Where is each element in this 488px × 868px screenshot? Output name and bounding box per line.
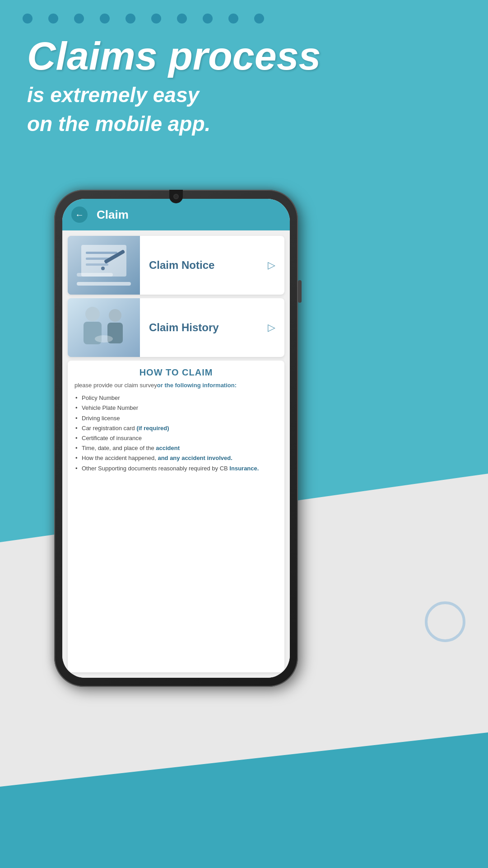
- claim-history-arrow-icon: ▷: [259, 322, 284, 333]
- claim-history-label: Claim History: [140, 321, 259, 334]
- list-item: Driving license: [74, 413, 278, 423]
- side-buttons: [298, 280, 302, 303]
- phone-notch: [169, 190, 183, 203]
- dot-8: [203, 14, 213, 23]
- list-item: How the accident happened, and any accid…: [74, 453, 278, 463]
- phone-mockup: ← Claim: [54, 190, 307, 732]
- list-item: Certificate of insurance: [74, 433, 278, 443]
- dots-row: [23, 14, 264, 23]
- app-content: Claim Notice ▷: [62, 230, 290, 678]
- main-title: Claims process: [27, 36, 321, 76]
- camera: [173, 194, 179, 199]
- how-to-claim-intro: please provide our claim surveyor the fo…: [74, 381, 278, 389]
- claim-notice-image: [68, 236, 140, 295]
- list-item: Car registration card (if required): [74, 423, 278, 433]
- dot-9: [228, 14, 238, 23]
- svg-rect-1: [81, 245, 126, 277]
- intro-highlight: or the following information:: [157, 382, 237, 389]
- claim-notice-arrow-icon: ▷: [259, 259, 284, 271]
- claim-history-image: [68, 298, 140, 357]
- subtitle-line1: is extremely easy: [27, 83, 199, 107]
- dot-3: [74, 14, 84, 23]
- list-item: Vehicle Plate Number: [74, 403, 278, 413]
- svg-point-12: [95, 335, 113, 343]
- dot-6: [151, 14, 161, 23]
- dot-1: [23, 14, 33, 23]
- list-item: Other Supporting documents reasonably re…: [74, 464, 278, 474]
- list-item: Policy Number: [74, 393, 278, 403]
- svg-rect-2: [86, 252, 117, 254]
- dot-7: [177, 14, 187, 23]
- subtitle: is extremely easy on the mobile app.: [27, 80, 321, 139]
- header-section: Claims process is extremely easy on the …: [27, 36, 321, 139]
- dot-4: [100, 14, 110, 23]
- app-header: ← Claim: [62, 199, 290, 230]
- svg-point-10: [109, 309, 121, 322]
- back-arrow-icon: ←: [75, 210, 84, 220]
- how-to-claim-list: Policy Number Vehicle Plate Number Drivi…: [74, 393, 278, 474]
- app-title: Claim: [97, 208, 129, 222]
- dot-10: [254, 14, 264, 23]
- phone-body: ← Claim: [54, 190, 298, 687]
- decorative-circle: [425, 601, 465, 642]
- svg-rect-4: [86, 263, 108, 266]
- svg-point-8: [85, 307, 100, 321]
- list-item: Time, date, and place of the accident: [74, 443, 278, 453]
- power-button: [298, 280, 302, 303]
- dot-2: [48, 14, 58, 23]
- back-button[interactable]: ←: [71, 206, 88, 223]
- phone-screen: ← Claim: [62, 199, 290, 678]
- how-to-claim-title: HOW TO CLAIM: [74, 367, 278, 378]
- svg-rect-7: [68, 298, 140, 357]
- claim-notice-label: Claim Notice: [140, 259, 259, 272]
- claim-history-card[interactable]: Claim History ▷: [68, 298, 284, 357]
- claim-notice-card[interactable]: Claim Notice ▷: [68, 236, 284, 295]
- svg-point-6: [101, 267, 105, 270]
- how-to-claim-section: HOW TO CLAIM please provide our claim su…: [68, 361, 284, 672]
- subtitle-line2: on the mobile app.: [27, 112, 210, 136]
- dot-5: [125, 14, 135, 23]
